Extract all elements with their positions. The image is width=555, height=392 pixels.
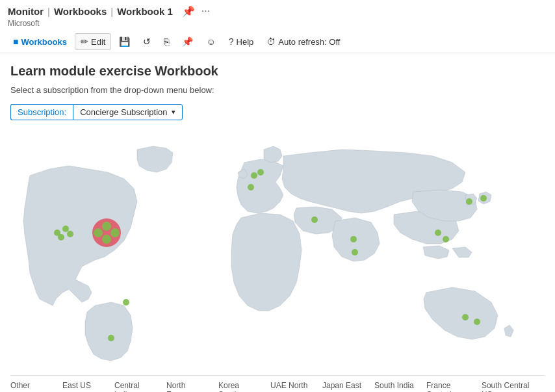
- map-dot-central-us: [67, 231, 73, 237]
- subscription-value: Concierge Subscription: [80, 107, 167, 117]
- workbooks-label: Workbooks: [21, 37, 67, 47]
- map-dot-uae: [311, 216, 318, 223]
- toolbar: ■ Workbooks ✏ Edit 💾 ↺ ⎘ 📌 ☺ ? Help ⏱ Au…: [0, 31, 555, 53]
- stat-item-central-india: Central India2: [114, 381, 166, 392]
- map-dot-west-us-3: [58, 234, 64, 241]
- company-label: Microsoft: [0, 19, 555, 28]
- help-label: Help: [237, 37, 254, 47]
- stat-label-6: Japan East: [322, 381, 361, 390]
- toolbar-pushpin[interactable]: 📌: [177, 34, 198, 49]
- clone-icon: ⎘: [164, 36, 169, 47]
- toolbar-workbooks[interactable]: ■ Workbooks: [8, 34, 72, 49]
- stat-item-france-central: France Central1: [426, 381, 482, 392]
- stat-item-east-us: East US19: [62, 381, 114, 392]
- title-bar: Monitor | Workbooks | Workbook 1 📌 ···: [0, 0, 555, 19]
- edit-icon: ✏: [81, 36, 88, 47]
- breadcrumb-sep-2: |: [110, 6, 113, 17]
- stat-item-south-central-us: South Central US1: [482, 381, 545, 392]
- map-dot-south-america: [108, 335, 114, 341]
- pushpin-icon: 📌: [182, 36, 193, 47]
- toolbar-clone[interactable]: ⎘: [159, 34, 174, 49]
- toolbar-autorefresh[interactable]: ⏱ Auto refresh: Off: [261, 34, 345, 49]
- clock-icon: ⏱: [266, 36, 276, 47]
- toolbar-save[interactable]: 💾: [114, 34, 135, 49]
- world-map-svg: [10, 133, 543, 367]
- stat-label-0: Other: [10, 381, 30, 390]
- help-icon: ?: [229, 36, 234, 47]
- stat-label-1: East US: [62, 381, 91, 390]
- page-subtitle: Select a subscription from the drop-down…: [10, 85, 545, 95]
- stat-label-9: South Central US: [482, 381, 534, 392]
- stat-label-3: North Europe: [166, 381, 208, 392]
- edit-label: Edit: [91, 37, 105, 47]
- map-dot-west-us-2: [62, 226, 69, 232]
- chevron-down-icon: ▾: [172, 108, 175, 116]
- stat-label-2: Central India: [114, 381, 156, 392]
- map-dot-central-india: [350, 236, 357, 242]
- map-dot-brazil: [123, 299, 129, 306]
- stat-label-4: Korea South: [218, 381, 260, 392]
- autorefresh-label: Auto refresh: Off: [278, 37, 340, 47]
- map-dot-sea-1: [435, 229, 441, 236]
- stat-label-7: South India: [374, 381, 414, 390]
- map-dot-australia-2: [474, 319, 480, 325]
- toolbar-help[interactable]: ? Help: [224, 34, 259, 49]
- smiley-icon: ☺: [206, 36, 215, 47]
- breadcrumb-workbook1: Workbook 1: [117, 6, 173, 17]
- pin-icon[interactable]: 📌: [182, 5, 195, 18]
- map-dot-sea-2: [443, 236, 449, 242]
- map-dot-france: [248, 184, 254, 190]
- ellipsis-icon[interactable]: ···: [201, 5, 210, 18]
- map-container: [10, 133, 543, 367]
- toolbar-edit[interactable]: ✏ Edit: [75, 33, 111, 50]
- stat-item-other: Other22: [10, 381, 62, 392]
- stat-item-korea-south: Korea South1: [218, 381, 270, 392]
- stat-item-south-india: South India1: [374, 381, 426, 392]
- main-content: Learn module exercise Workbook Select a …: [0, 53, 555, 392]
- subscription-label: Subscription:: [10, 104, 73, 120]
- map-dot-south-india: [352, 249, 358, 255]
- toolbar-smiley[interactable]: ☺: [201, 34, 220, 49]
- subscription-dropdown[interactable]: Concierge Subscription ▾: [73, 104, 182, 120]
- refresh-icon: ↺: [143, 36, 151, 47]
- map-dot-uk: [257, 169, 264, 176]
- svg-point-1: [102, 222, 111, 231]
- map-dot-korea: [466, 198, 472, 205]
- stat-label-5: UAE North: [270, 381, 307, 390]
- stat-item-japan-east: Japan East1: [322, 381, 374, 392]
- app-name: Monitor: [8, 6, 44, 17]
- toolbar-refresh[interactable]: ↺: [138, 34, 156, 49]
- stats-bar: Other22East US19Central India2North Euro…: [10, 375, 545, 392]
- breadcrumb-workbooks: Workbooks: [54, 6, 107, 17]
- breadcrumb-sep-1: |: [47, 6, 50, 17]
- workbooks-icon: ■: [13, 36, 18, 47]
- svg-point-0: [94, 228, 103, 237]
- subscription-row: Subscription: Concierge Subscription ▾: [10, 104, 545, 120]
- svg-point-2: [110, 228, 120, 237]
- map-dot-north-europe: [251, 172, 257, 179]
- title-bar-actions[interactable]: 📌 ···: [182, 5, 210, 18]
- save-icon: 💾: [119, 36, 130, 47]
- stat-label-8: France Central: [426, 381, 471, 392]
- map-dot-australia-1: [462, 314, 469, 320]
- map-dot-japan: [480, 195, 487, 202]
- svg-point-3: [102, 235, 111, 244]
- stat-item-uae-north: UAE North1: [270, 381, 322, 392]
- page-title: Learn module exercise Workbook: [10, 64, 545, 79]
- stat-item-north-europe: North Europe1: [166, 381, 218, 392]
